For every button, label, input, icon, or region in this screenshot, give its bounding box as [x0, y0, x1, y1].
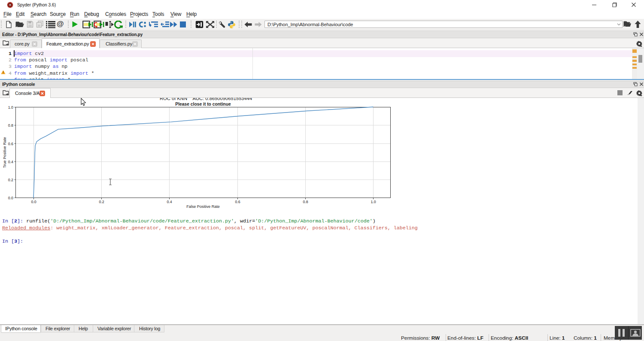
svg-text:1.0: 1.0 — [371, 200, 376, 204]
svg-text:ROC of KNN AUC: 0.865009065: ROC of KNN AUC: 0.8650090651553444 — [160, 98, 252, 101]
svg-text:0.4: 0.4 — [8, 160, 13, 164]
svg-text:Please close it to continue: Please close it to continue — [175, 102, 231, 107]
svg-text:True Positive Rate: True Positive Rate — [3, 137, 7, 168]
svg-text:0.8: 0.8 — [8, 123, 13, 128]
svg-text:0.0: 0.0 — [8, 196, 13, 200]
svg-text:1.0: 1.0 — [8, 105, 13, 110]
svg-text:0.0: 0.0 — [31, 200, 36, 204]
svg-text:False Positive Rate: False Positive Rate — [186, 204, 220, 209]
svg-text:0.4: 0.4 — [167, 200, 172, 204]
svg-text:0.2: 0.2 — [8, 178, 13, 182]
svg-text:0.8: 0.8 — [303, 200, 308, 204]
svg-text:0.6: 0.6 — [235, 200, 240, 204]
svg-text:0.2: 0.2 — [99, 200, 104, 204]
svg-text:0.6: 0.6 — [8, 142, 13, 146]
